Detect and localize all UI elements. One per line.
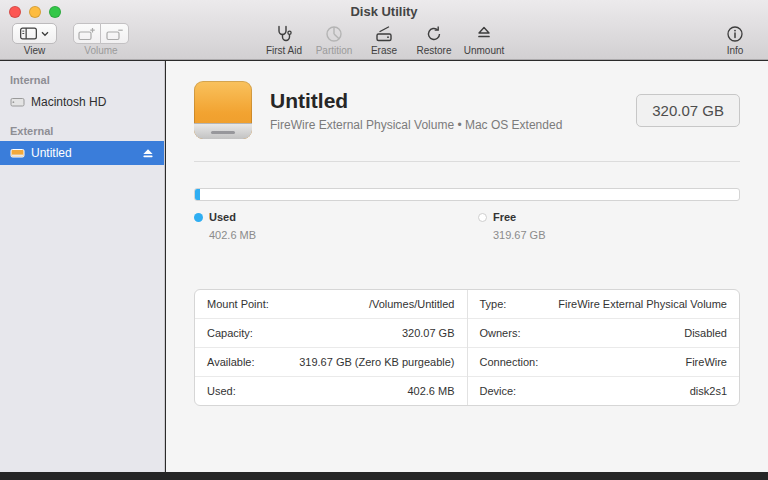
volume-subtitle: FireWire External Physical Volume • Mac …: [270, 118, 562, 132]
used-legend-dot: [194, 213, 203, 222]
close-button[interactable]: [9, 6, 21, 18]
sidebar-item-macintosh-hd[interactable]: Macintosh HD: [0, 90, 164, 114]
capacity-badge: 320.07 GB: [636, 94, 740, 127]
internal-disk-icon: [10, 96, 25, 108]
disk-utility-window: Disk Utility View: [0, 0, 768, 480]
volume-control-label: Volume: [84, 45, 117, 56]
external-drive-icon: [194, 81, 252, 139]
partition-icon: [324, 23, 344, 44]
sidebar-item-label: Untitled: [31, 146, 72, 160]
header-divider: [194, 161, 740, 162]
titlebar[interactable]: Disk Utility: [0, 0, 768, 22]
sidebar-item-untitled[interactable]: Untitled: [0, 141, 164, 165]
detail-row-capacity: Capacity: 320.07 GB: [195, 319, 467, 348]
details-left-column: Mount Point: /Volumes/Untitled Capacity:…: [195, 290, 467, 405]
usage-legend: Used 402.6 MB Free 319.67 GB: [194, 211, 740, 255]
view-button-label: View: [24, 45, 46, 56]
info-icon: [726, 23, 744, 44]
view-button[interactable]: View: [12, 23, 57, 56]
partition-button: Partition: [313, 23, 355, 56]
first-aid-button[interactable]: First Aid: [263, 23, 305, 56]
view-icon: [20, 27, 37, 40]
sidebar: Internal Macintosh HD External Untitled: [0, 61, 165, 472]
free-label: Free: [493, 211, 516, 223]
detail-row-connection: Connection: FireWire: [468, 348, 740, 377]
usage-bar-used: [195, 189, 200, 200]
erase-button[interactable]: Erase: [363, 23, 405, 56]
volume-header: Untitled FireWire External Physical Volu…: [194, 81, 740, 139]
detail-row-available: Available: 319.67 GB (Zero KB purgeable): [195, 348, 467, 377]
used-value: 402.6 MB: [209, 229, 256, 241]
legend-used: Used 402.6 MB: [194, 211, 256, 241]
window-chrome: Disk Utility View: [0, 0, 768, 60]
detail-row-mount-point: Mount Point: /Volumes/Untitled: [195, 290, 467, 319]
partition-label: Partition: [316, 45, 353, 56]
unmount-icon: [474, 23, 494, 44]
detail-row-owners: Owners: Disabled: [468, 319, 740, 348]
details-table: Mount Point: /Volumes/Untitled Capacity:…: [194, 289, 740, 406]
external-disk-icon: [10, 147, 25, 159]
sidebar-section-external: External Untitled: [0, 122, 164, 165]
erase-icon: [374, 23, 394, 44]
sidebar-header-external: External: [0, 122, 164, 141]
add-volume-button: [73, 23, 101, 44]
detail-row-used: Used: 402.6 MB: [195, 377, 467, 405]
sidebar-section-internal: Internal Macintosh HD: [0, 71, 164, 114]
desktop-background: [0, 472, 768, 480]
info-button[interactable]: Info: [714, 23, 756, 56]
toolbar: View Volume: [0, 22, 768, 60]
volume-title: Untitled: [270, 89, 562, 113]
usage-bar: [194, 188, 740, 201]
first-aid-label: First Aid: [266, 45, 302, 56]
window-title: Disk Utility: [0, 0, 768, 24]
first-aid-icon: [274, 23, 294, 44]
used-label: Used: [209, 211, 236, 223]
free-legend-dot: [478, 213, 487, 222]
traffic-lights: [9, 6, 61, 18]
detail-row-type: Type: FireWire External Physical Volume: [468, 290, 740, 319]
eject-button[interactable]: [142, 148, 154, 159]
sidebar-header-internal: Internal: [0, 71, 164, 90]
details-right-column: Type: FireWire External Physical Volume …: [467, 290, 740, 405]
sidebar-item-label: Macintosh HD: [31, 95, 106, 109]
restore-icon: [424, 23, 444, 44]
unmount-label: Unmount: [464, 45, 505, 56]
erase-label: Erase: [371, 45, 397, 56]
chevron-down-icon: [41, 31, 49, 37]
volume-control: Volume: [73, 23, 129, 56]
main-pane: Untitled FireWire External Physical Volu…: [166, 61, 768, 472]
restore-button[interactable]: Restore: [413, 23, 455, 56]
info-label: Info: [727, 45, 744, 56]
minimize-button[interactable]: [29, 6, 41, 18]
remove-volume-button: [101, 23, 129, 44]
unmount-button[interactable]: Unmount: [463, 23, 505, 56]
legend-free: Free 319.67 GB: [478, 211, 546, 241]
detail-row-device: Device: disk2s1: [468, 377, 740, 405]
restore-label: Restore: [416, 45, 451, 56]
zoom-button[interactable]: [49, 6, 61, 18]
free-value: 319.67 GB: [493, 229, 546, 241]
